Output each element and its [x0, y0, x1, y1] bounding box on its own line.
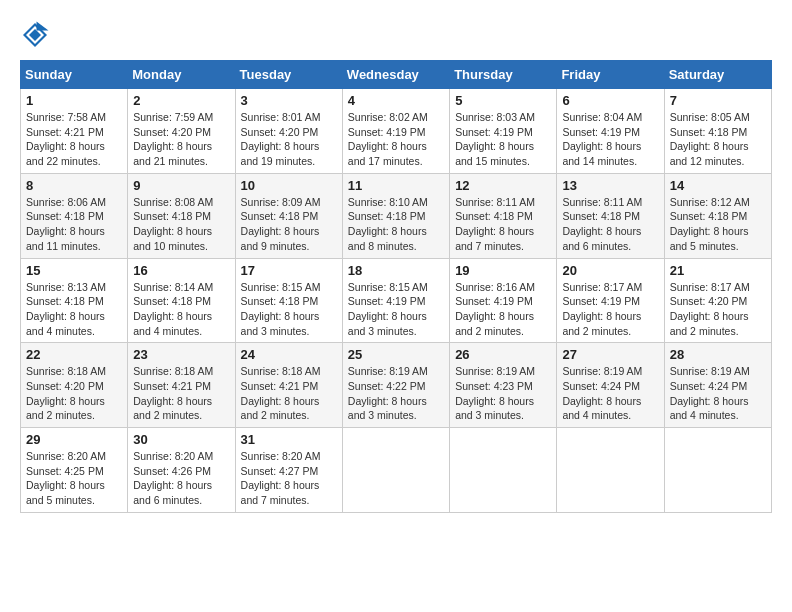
- day-info: Sunrise: 8:01 AMSunset: 4:20 PMDaylight:…: [241, 110, 337, 169]
- day-cell-10: 10Sunrise: 8:09 AMSunset: 4:18 PMDayligh…: [235, 173, 342, 258]
- logo-icon: [20, 20, 50, 50]
- empty-cell: [664, 428, 771, 513]
- day-cell-29: 29Sunrise: 8:20 AMSunset: 4:25 PMDayligh…: [21, 428, 128, 513]
- day-info: Sunrise: 8:09 AMSunset: 4:18 PMDaylight:…: [241, 195, 337, 254]
- day-cell-1: 1Sunrise: 7:58 AMSunset: 4:21 PMDaylight…: [21, 89, 128, 174]
- week-row-1: 1Sunrise: 7:58 AMSunset: 4:21 PMDaylight…: [21, 89, 772, 174]
- day-number: 20: [562, 263, 658, 278]
- day-number: 15: [26, 263, 122, 278]
- day-info: Sunrise: 8:05 AMSunset: 4:18 PMDaylight:…: [670, 110, 766, 169]
- day-number: 12: [455, 178, 551, 193]
- column-header-thursday: Thursday: [450, 61, 557, 89]
- day-number: 21: [670, 263, 766, 278]
- day-cell-18: 18Sunrise: 8:15 AMSunset: 4:19 PMDayligh…: [342, 258, 449, 343]
- day-info: Sunrise: 8:16 AMSunset: 4:19 PMDaylight:…: [455, 280, 551, 339]
- day-info: Sunrise: 8:10 AMSunset: 4:18 PMDaylight:…: [348, 195, 444, 254]
- day-info: Sunrise: 8:20 AMSunset: 4:25 PMDaylight:…: [26, 449, 122, 508]
- day-number: 13: [562, 178, 658, 193]
- day-info: Sunrise: 8:15 AMSunset: 4:19 PMDaylight:…: [348, 280, 444, 339]
- day-cell-19: 19Sunrise: 8:16 AMSunset: 4:19 PMDayligh…: [450, 258, 557, 343]
- day-number: 11: [348, 178, 444, 193]
- day-cell-23: 23Sunrise: 8:18 AMSunset: 4:21 PMDayligh…: [128, 343, 235, 428]
- day-cell-25: 25Sunrise: 8:19 AMSunset: 4:22 PMDayligh…: [342, 343, 449, 428]
- day-cell-31: 31Sunrise: 8:20 AMSunset: 4:27 PMDayligh…: [235, 428, 342, 513]
- day-number: 29: [26, 432, 122, 447]
- day-number: 28: [670, 347, 766, 362]
- calendar-header-row: SundayMondayTuesdayWednesdayThursdayFrid…: [21, 61, 772, 89]
- day-info: Sunrise: 8:18 AMSunset: 4:21 PMDaylight:…: [241, 364, 337, 423]
- day-cell-15: 15Sunrise: 8:13 AMSunset: 4:18 PMDayligh…: [21, 258, 128, 343]
- day-info: Sunrise: 8:19 AMSunset: 4:23 PMDaylight:…: [455, 364, 551, 423]
- day-number: 5: [455, 93, 551, 108]
- day-info: Sunrise: 7:59 AMSunset: 4:20 PMDaylight:…: [133, 110, 229, 169]
- page-header: [20, 20, 772, 50]
- day-cell-3: 3Sunrise: 8:01 AMSunset: 4:20 PMDaylight…: [235, 89, 342, 174]
- day-info: Sunrise: 8:13 AMSunset: 4:18 PMDaylight:…: [26, 280, 122, 339]
- week-row-4: 22Sunrise: 8:18 AMSunset: 4:20 PMDayligh…: [21, 343, 772, 428]
- day-cell-9: 9Sunrise: 8:08 AMSunset: 4:18 PMDaylight…: [128, 173, 235, 258]
- day-number: 8: [26, 178, 122, 193]
- day-info: Sunrise: 8:19 AMSunset: 4:24 PMDaylight:…: [562, 364, 658, 423]
- empty-cell: [557, 428, 664, 513]
- week-row-2: 8Sunrise: 8:06 AMSunset: 4:18 PMDaylight…: [21, 173, 772, 258]
- day-cell-16: 16Sunrise: 8:14 AMSunset: 4:18 PMDayligh…: [128, 258, 235, 343]
- day-cell-30: 30Sunrise: 8:20 AMSunset: 4:26 PMDayligh…: [128, 428, 235, 513]
- day-info: Sunrise: 8:20 AMSunset: 4:27 PMDaylight:…: [241, 449, 337, 508]
- day-info: Sunrise: 8:17 AMSunset: 4:20 PMDaylight:…: [670, 280, 766, 339]
- day-cell-14: 14Sunrise: 8:12 AMSunset: 4:18 PMDayligh…: [664, 173, 771, 258]
- day-info: Sunrise: 8:18 AMSunset: 4:21 PMDaylight:…: [133, 364, 229, 423]
- day-cell-12: 12Sunrise: 8:11 AMSunset: 4:18 PMDayligh…: [450, 173, 557, 258]
- day-info: Sunrise: 8:04 AMSunset: 4:19 PMDaylight:…: [562, 110, 658, 169]
- week-row-5: 29Sunrise: 8:20 AMSunset: 4:25 PMDayligh…: [21, 428, 772, 513]
- column-header-tuesday: Tuesday: [235, 61, 342, 89]
- day-cell-17: 17Sunrise: 8:15 AMSunset: 4:18 PMDayligh…: [235, 258, 342, 343]
- day-cell-27: 27Sunrise: 8:19 AMSunset: 4:24 PMDayligh…: [557, 343, 664, 428]
- day-number: 27: [562, 347, 658, 362]
- day-cell-26: 26Sunrise: 8:19 AMSunset: 4:23 PMDayligh…: [450, 343, 557, 428]
- day-info: Sunrise: 8:11 AMSunset: 4:18 PMDaylight:…: [455, 195, 551, 254]
- day-info: Sunrise: 8:02 AMSunset: 4:19 PMDaylight:…: [348, 110, 444, 169]
- day-number: 4: [348, 93, 444, 108]
- column-header-saturday: Saturday: [664, 61, 771, 89]
- day-info: Sunrise: 7:58 AMSunset: 4:21 PMDaylight:…: [26, 110, 122, 169]
- day-info: Sunrise: 8:11 AMSunset: 4:18 PMDaylight:…: [562, 195, 658, 254]
- day-info: Sunrise: 8:14 AMSunset: 4:18 PMDaylight:…: [133, 280, 229, 339]
- day-number: 30: [133, 432, 229, 447]
- day-number: 18: [348, 263, 444, 278]
- day-info: Sunrise: 8:18 AMSunset: 4:20 PMDaylight:…: [26, 364, 122, 423]
- day-number: 26: [455, 347, 551, 362]
- day-number: 1: [26, 93, 122, 108]
- day-number: 31: [241, 432, 337, 447]
- day-number: 25: [348, 347, 444, 362]
- day-info: Sunrise: 8:15 AMSunset: 4:18 PMDaylight:…: [241, 280, 337, 339]
- logo: [20, 20, 54, 50]
- day-info: Sunrise: 8:17 AMSunset: 4:19 PMDaylight:…: [562, 280, 658, 339]
- day-number: 19: [455, 263, 551, 278]
- column-header-wednesday: Wednesday: [342, 61, 449, 89]
- day-number: 9: [133, 178, 229, 193]
- day-number: 22: [26, 347, 122, 362]
- day-number: 6: [562, 93, 658, 108]
- day-cell-20: 20Sunrise: 8:17 AMSunset: 4:19 PMDayligh…: [557, 258, 664, 343]
- day-number: 10: [241, 178, 337, 193]
- day-cell-8: 8Sunrise: 8:06 AMSunset: 4:18 PMDaylight…: [21, 173, 128, 258]
- day-info: Sunrise: 8:20 AMSunset: 4:26 PMDaylight:…: [133, 449, 229, 508]
- day-cell-11: 11Sunrise: 8:10 AMSunset: 4:18 PMDayligh…: [342, 173, 449, 258]
- day-cell-2: 2Sunrise: 7:59 AMSunset: 4:20 PMDaylight…: [128, 89, 235, 174]
- day-number: 24: [241, 347, 337, 362]
- empty-cell: [342, 428, 449, 513]
- day-cell-7: 7Sunrise: 8:05 AMSunset: 4:18 PMDaylight…: [664, 89, 771, 174]
- week-row-3: 15Sunrise: 8:13 AMSunset: 4:18 PMDayligh…: [21, 258, 772, 343]
- calendar-table: SundayMondayTuesdayWednesdayThursdayFrid…: [20, 60, 772, 513]
- day-cell-24: 24Sunrise: 8:18 AMSunset: 4:21 PMDayligh…: [235, 343, 342, 428]
- day-cell-28: 28Sunrise: 8:19 AMSunset: 4:24 PMDayligh…: [664, 343, 771, 428]
- column-header-sunday: Sunday: [21, 61, 128, 89]
- empty-cell: [450, 428, 557, 513]
- day-info: Sunrise: 8:08 AMSunset: 4:18 PMDaylight:…: [133, 195, 229, 254]
- day-number: 23: [133, 347, 229, 362]
- day-cell-4: 4Sunrise: 8:02 AMSunset: 4:19 PMDaylight…: [342, 89, 449, 174]
- day-number: 17: [241, 263, 337, 278]
- day-number: 2: [133, 93, 229, 108]
- column-header-friday: Friday: [557, 61, 664, 89]
- day-number: 14: [670, 178, 766, 193]
